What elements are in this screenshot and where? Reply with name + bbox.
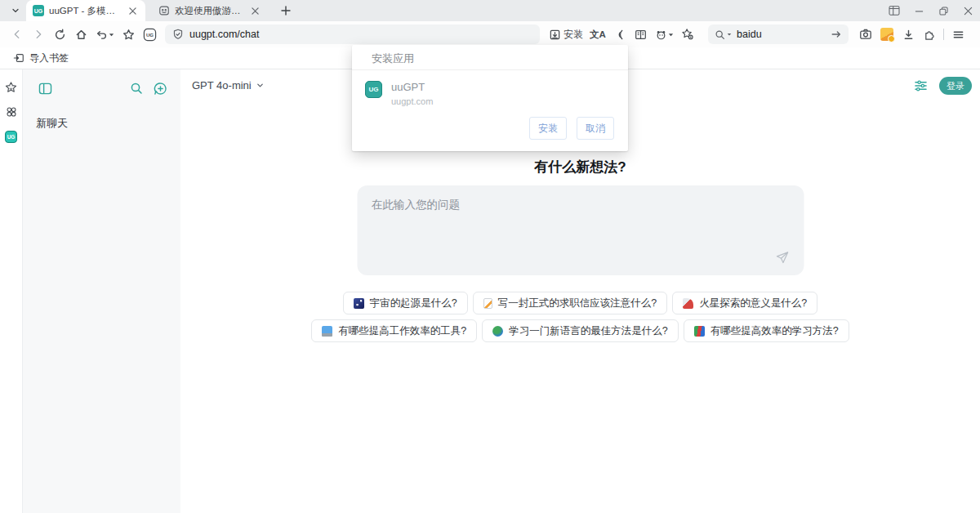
globe-icon [492,326,503,337]
import-icon [13,52,24,64]
suggestion-label: 写一封正式的求职信应该注意什么? [498,297,657,310]
window-controls [882,0,980,21]
new-chat-label[interactable]: 新聊天 [36,116,68,131]
login-button[interactable]: 登录 [939,77,972,95]
tab-title: uuGPT - 多模型AI对话 [49,5,121,17]
tab-maxthon-welcome[interactable]: 欢迎使用傲游浏览器 [152,0,268,21]
smiley-favicon-icon [158,5,170,16]
new-tab-button[interactable] [276,2,296,20]
translate-icon[interactable]: 文A [587,24,608,45]
favorite-star-icon[interactable] [118,24,139,45]
read-aloud-icon[interactable] [608,24,630,45]
app-name: uuGPT [391,81,433,93]
prompt-input[interactable] [357,185,804,275]
home-icon[interactable] [70,24,91,45]
suggestion-label: 有哪些提高效率的学习方法? [710,324,839,338]
suggestion-row-1: 宇宙的起源是什么? 写一封正式的求职信应该注意什么? 火星探索的意义是什么? [180,292,980,314]
minimize-icon[interactable] [906,0,931,21]
search-icon [715,29,725,40]
close-tab-icon[interactable] [248,4,261,17]
import-bookmarks-button[interactable]: 导入书签 [8,49,74,68]
model-selector[interactable]: GPT 4o-mini [192,79,265,91]
suggestion-chip[interactable]: 火星探索的意义是什么? [672,292,817,314]
search-box[interactable]: baidu [708,25,849,44]
restore-icon[interactable] [931,0,956,21]
maxnote-icon[interactable] [876,24,898,45]
tab-uugpt[interactable]: UG uuGPT - 多模型AI对话 [26,0,145,21]
screenshot-camera-icon[interactable] [855,24,876,45]
install-app-dialog: 安装应用 UG uuGPT uugpt.com 安装 取消 [352,45,628,151]
app-domain: uugpt.com [391,96,433,106]
search-go-arrow-icon[interactable] [831,29,842,40]
import-bookmarks-label: 导入书签 [29,51,69,65]
dialog-title: 安装应用 [352,45,628,70]
suggestion-chip[interactable]: 宇宙的起源是什么? [343,292,468,314]
undo-icon[interactable] [91,24,118,45]
downloads-icon[interactable] [898,24,919,45]
install-cancel-button[interactable]: 取消 [577,117,614,140]
ug-sidebar-app-icon[interactable]: UG [139,24,160,45]
prompt-input-card [357,185,804,275]
assistant-panda-icon[interactable] [651,24,677,45]
suggestion-label: 有哪些提高工作效率的工具? [338,324,466,338]
install-icon [549,29,561,41]
settings-sliders-icon[interactable] [914,79,928,92]
memo-icon [483,298,492,309]
suggestion-row-2: 有哪些提高工作效率的工具? 学习一门新语言的最佳方法是什么? 有哪些提高效率的学… [180,319,980,342]
tab-title: 欢迎使用傲游浏览器 [175,5,243,17]
suggestion-label: 宇宙的起源是什么? [370,297,457,310]
new-chat-icon[interactable] [151,79,169,97]
split-layout-icon[interactable] [882,0,906,21]
milky-way-icon [354,298,364,309]
suggestion-chip[interactable]: 有哪些提高效率的学习方法? [684,319,849,342]
apps-clover-icon[interactable] [4,105,19,119]
suggestion-chip[interactable]: 有哪些提高工作效率的工具? [311,319,477,342]
reload-icon[interactable] [49,24,70,45]
model-name: GPT 4o-mini [192,79,252,91]
search-chats-icon[interactable] [127,79,145,97]
suggestion-label: 火星探索的意义是什么? [699,297,807,310]
browser-side-strip: UG [0,69,23,513]
svg-text:UG: UG [145,32,153,38]
search-engine-caret-icon [727,32,732,37]
back-icon[interactable] [7,24,28,45]
tab-bar: UG uuGPT - 多模型AI对话 欢迎使用傲游浏览器 [0,0,980,21]
forward-icon[interactable] [28,24,49,45]
close-window-icon[interactable] [956,0,980,21]
page-title: 有什么新想法? [180,158,980,176]
suggestion-chip[interactable]: 写一封正式的求职信应该注意什么? [473,292,667,314]
browser-toolbar: UG uugpt.com/chat 安装 文A baidu [0,21,980,47]
collapse-sidebar-icon[interactable] [36,79,54,97]
url-text: uugpt.com/chat [189,29,259,40]
install-app-button[interactable]: 安装 [545,24,587,45]
search-engine-label: baidu [737,29,831,40]
chevron-down-icon [256,81,265,90]
app-icon: UG [365,81,382,98]
send-icon[interactable] [774,249,791,265]
extensions-puzzle-icon[interactable] [919,24,940,45]
books-icon [694,326,705,337]
favorites-star-face-icon[interactable] [4,80,19,95]
menu-hamburger-icon[interactable] [947,24,969,45]
toolbar-divider [943,29,944,40]
address-bar[interactable]: uugpt.com/chat [165,25,540,44]
install-label: 安装 [564,28,583,42]
suggestion-chip[interactable]: 学习一门新语言的最佳方法是什么? [482,319,678,342]
favorites-manager-icon[interactable] [677,24,698,45]
tab-list-chevron-icon[interactable] [5,2,26,19]
reader-mode-icon[interactable] [630,24,651,45]
close-tab-icon[interactable] [126,4,139,17]
install-confirm-button[interactable]: 安装 [529,117,567,140]
suggestion-label: 学习一门新语言的最佳方法是什么? [509,324,667,338]
laptop-icon [322,326,332,337]
chat-sidebar: 新聊天 [23,69,180,513]
rocket-icon [683,298,693,309]
uugpt-app-badge-icon[interactable]: UG [4,129,19,144]
site-security-shield-icon[interactable] [172,29,184,40]
uugpt-favicon-icon: UG [33,5,44,16]
